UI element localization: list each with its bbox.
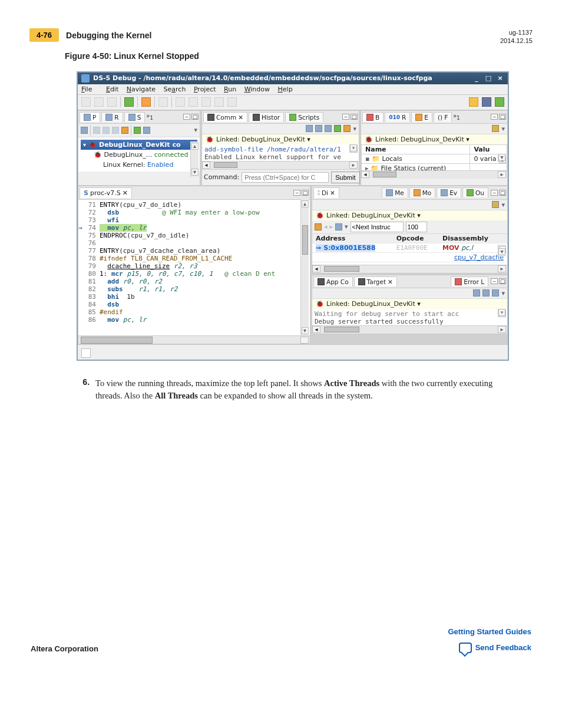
linked-connection-dropdown[interactable]: Linked: DebugLinux_DevKit ▾: [216, 136, 310, 143]
menu-project[interactable]: Project: [194, 85, 216, 93]
pin-icon[interactable]: [334, 125, 341, 132]
pane-minimize-icon[interactable]: ‒: [491, 190, 498, 196]
linked-bar[interactable]: 🐞 Linked: DebugLinux_DevKit ▾: [312, 210, 507, 220]
pane-maximize-icon[interactable]: □: [302, 190, 309, 196]
back-icon[interactable]: ◂: [324, 223, 328, 230]
tab-e[interactable]: E: [411, 112, 432, 122]
window-minimize-button[interactable]: _: [472, 74, 481, 82]
tab-app-console[interactable]: App Co: [313, 276, 353, 286]
save-icon[interactable]: [473, 289, 480, 297]
pane-maximize-icon[interactable]: □: [191, 114, 199, 120]
scroll-down-icon[interactable]: ▾: [350, 144, 357, 151]
status-icon[interactable]: [81, 348, 91, 358]
pane-maximize-icon[interactable]: □: [499, 190, 506, 196]
clear-icon[interactable]: [482, 289, 490, 297]
tab-p[interactable]: P: [80, 112, 100, 122]
pane-maximize-icon[interactable]: □: [499, 278, 506, 284]
lock-icon[interactable]: [325, 125, 332, 132]
pane-minimize-icon[interactable]: ‒: [293, 190, 300, 196]
h-scrollbar[interactable]: [78, 335, 310, 344]
col-opcode[interactable]: Opcode: [393, 234, 439, 243]
menu-help[interactable]: Help: [278, 85, 293, 93]
tab-target[interactable]: Target ✕: [354, 276, 397, 286]
col-name[interactable]: Name: [362, 144, 470, 154]
open-perspective-icon[interactable]: [469, 97, 478, 107]
clear-icon[interactable]: [315, 125, 322, 132]
scroll-up-icon[interactable]: ▴: [191, 143, 199, 150]
h-scrollbar[interactable]: ◂ ▸: [312, 325, 507, 334]
nav2-icon[interactable]: [189, 97, 198, 107]
debug-connection-selected[interactable]: ▾ 🐞 DebugLinux_DevKit co: [81, 140, 197, 150]
source-editor[interactable]: 71ENTRY(cpu_v7_do_idle) 72 dsb @ WFI may…: [78, 200, 310, 335]
tab-mo[interactable]: Mo: [409, 187, 435, 197]
home-icon[interactable]: [315, 223, 322, 230]
tab-s[interactable]: S: [124, 112, 146, 122]
tab-r[interactable]: 010R: [385, 112, 410, 122]
connect-icon[interactable]: [93, 127, 100, 134]
disconnect-icon[interactable]: [103, 127, 110, 134]
menubar[interactable]: File Edit Navigate Search Project Run Wi…: [78, 84, 508, 95]
feedback-icon[interactable]: [459, 643, 472, 653]
debug-icon[interactable]: [124, 97, 134, 107]
tab-fn[interactable]: () F: [434, 112, 452, 122]
linked-connection-dropdown[interactable]: Linked: DebugLinux_DevKit ▾: [326, 212, 421, 219]
kernel-status-row[interactable]: Linux Kernel: Enabled: [81, 160, 197, 170]
linked-connection-dropdown[interactable]: Linked: DebugLinux_DevKit ▾: [326, 300, 421, 308]
pane-maximize-icon[interactable]: □: [499, 114, 506, 120]
step-icon[interactable]: [143, 127, 150, 134]
menu-window[interactable]: Window: [244, 85, 270, 93]
scroll-down-icon[interactable]: ▾: [302, 327, 309, 334]
col-address[interactable]: Address: [312, 234, 393, 243]
window-close-button[interactable]: ×: [496, 74, 504, 82]
tab-error-log[interactable]: Error L: [451, 276, 488, 286]
scroll-down-icon[interactable]: ▾: [498, 154, 505, 161]
scroll-down-icon[interactable]: ▾: [191, 169, 199, 176]
tab-scripts[interactable]: Scripts: [285, 112, 323, 122]
pane-minimize-icon[interactable]: ‒: [183, 114, 190, 120]
count-input[interactable]: [406, 222, 427, 232]
tab-disassembly[interactable]: ⦙⦙ Di ✕: [313, 187, 339, 198]
linked-bar[interactable]: 🐞 Linked: DebugLinux_DevKit ▾: [202, 134, 359, 144]
forward-icon[interactable]: ▸: [330, 223, 333, 230]
save-log-icon[interactable]: [306, 125, 313, 132]
pane-maximize-icon[interactable]: □: [351, 114, 358, 120]
tab-me[interactable]: Me: [382, 187, 408, 197]
h-scrollbar[interactable]: ◂ ▸: [312, 265, 507, 273]
table-row[interactable]: ▸ 📁 File Statics (current): [362, 163, 507, 170]
rss-icon[interactable]: [141, 97, 151, 107]
tab-b[interactable]: B: [362, 112, 384, 122]
back-icon[interactable]: [214, 97, 224, 107]
table-row[interactable]: ⇒ S:0x8001E588 E1A0F00E MOV pc,l: [312, 243, 507, 252]
pin-icon[interactable]: [492, 201, 499, 208]
pin-icon[interactable]: [492, 125, 499, 132]
tab-history[interactable]: Histor: [249, 112, 284, 122]
forward-icon[interactable]: [227, 97, 237, 107]
debug-status-row[interactable]: 🐞 DebugLinux_... connected: [81, 150, 197, 160]
save-icon[interactable]: [94, 97, 104, 107]
col-disassembly[interactable]: Disassembly: [439, 234, 507, 243]
perspective-icon[interactable]: [482, 97, 491, 107]
ds5-perspective-icon[interactable]: [495, 97, 504, 107]
tab-source-file[interactable]: S proc-v7.S ✕: [80, 187, 132, 198]
tab-ou[interactable]: Ou: [462, 187, 488, 197]
scroll-down-icon[interactable]: ▾: [498, 309, 505, 316]
gear-icon[interactable]: [343, 125, 351, 132]
remove-icon[interactable]: [112, 127, 119, 134]
menu-search[interactable]: Search: [164, 85, 186, 93]
footer-link-guides[interactable]: Getting Started Guides: [448, 627, 531, 636]
submit-button[interactable]: Submit: [331, 172, 359, 183]
run-icon[interactable]: [134, 127, 141, 134]
linked-bar[interactable]: 🐞 Linked: DebugLinux_DevKit ▾: [312, 299, 507, 309]
pane-minimize-icon[interactable]: ‒: [491, 114, 498, 120]
collapse-icon[interactable]: [81, 127, 88, 134]
build-icon[interactable]: [107, 97, 117, 107]
table-row[interactable]: cpu_v7_dcache: [312, 252, 507, 262]
next-instruction-input[interactable]: [351, 222, 404, 232]
menu-run[interactable]: Run: [224, 85, 236, 93]
tab-commands[interactable]: Comm ✕: [203, 112, 247, 122]
tab-r[interactable]: R: [101, 112, 123, 122]
col-value[interactable]: Valu: [470, 144, 507, 154]
tab-ev[interactable]: Ev: [437, 187, 461, 197]
new-icon[interactable]: [81, 97, 91, 107]
lock-icon[interactable]: [492, 289, 499, 297]
